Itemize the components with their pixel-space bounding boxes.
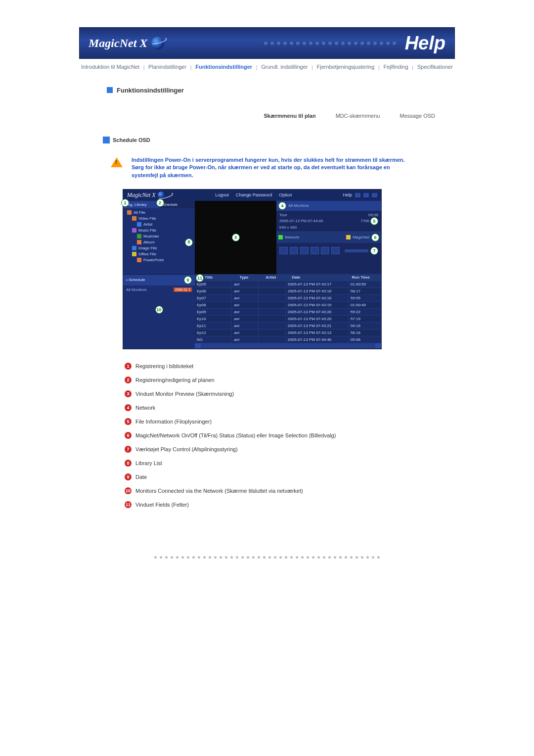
minimize-icon[interactable] [355,193,360,197]
nav-basic[interactable]: Grundl. indstillinger [259,64,310,71]
stop-icon[interactable] [290,247,298,254]
menu-changepw[interactable]: Change Password [236,192,272,197]
badge-2-icon: 2 [125,377,132,383]
legend-item: Vinduet Monitor Preview (Skærmvisning) [135,391,234,397]
grid-pane: 11 Title Type Artist Date Run Time Ep05.… [195,274,381,349]
banner-right: Help [264,33,445,54]
legend-item: Registrering i biblioteket [135,363,193,369]
square-icon [107,87,113,93]
menu-option[interactable]: Option [279,192,292,197]
table-row[interactable]: Ep07.avi2005-07-13 PM 07:43:1859:55 [195,295,381,302]
file-info: Tour05:08 2005-07-13 PM 07:44:46 7706 5 … [276,211,381,232]
badge-7-icon: 7 [125,446,132,453]
legend-item: Vinduet Fields (Felter) [135,502,189,508]
nav-bar: Introduktion til MagicNet | Planindstill… [79,59,455,73]
next-icon[interactable] [321,247,329,254]
table-row[interactable]: Ep05.avi2005-07-13 PM 07:43:1701:00:59 [195,281,381,288]
legend-item: Library List [135,460,162,466]
app-menus: Logout Change Password Option [215,192,292,197]
item-icon [137,222,141,227]
date-badge[interactable]: 2006 02 3 [174,287,192,292]
play-icon[interactable] [279,247,288,254]
play-controls: 7 [276,243,381,259]
table-row[interactable]: Ep08.avi2005-07-13 PM 07:43:1901:00:40 [195,302,381,309]
marker-8-icon: 8 [185,238,193,246]
legend-item: Monitors Connected via the Network (Skær… [135,488,303,494]
badge-5-icon: 5 [125,418,132,425]
brand-text: MagicNet X [89,37,147,50]
left-pane: 1 Reg. Library 2 Schedule All File Video… [123,201,195,274]
marker-6-icon: 6 [371,234,379,241]
table-row[interactable]: Ep11.avi2005-07-13 PM 07:43:2159:18 [195,323,381,330]
footer-dots-decor [79,556,455,559]
grid-scrollbar[interactable] [195,343,381,348]
legend-list: 1Registrering i biblioteket 2Registrerin… [125,359,455,512]
nav-trouble[interactable]: Fejlfinding [381,64,410,71]
tab-schedule[interactable]: 2 Schedule [159,201,195,208]
close-icon[interactable] [372,193,377,197]
app-screenshot: MagicNet X Logout Change Password Option… [123,189,382,349]
tab-plan-osd[interactable]: Skærmmenu til plan [264,113,315,119]
nav-func[interactable]: Funktionsindstillinger [193,64,254,71]
marker-10-icon: 10 [155,306,163,314]
badge-1-icon: 1 [125,363,132,370]
nav-spec[interactable]: Specifikationer [415,64,455,71]
badge-3-icon: 3 [125,390,132,397]
table-row[interactable]: Ep06.avi2005-07-13 PM 07:43:1858:17 [195,288,381,295]
globe-icon [158,191,165,198]
legend-item: Date [135,474,147,480]
globe-icon [151,37,164,49]
badge-6-icon: 6 [125,432,132,439]
marker-11-icon: 11 [196,274,204,282]
preview-pane: 3 [195,201,276,274]
scroll-left-icon[interactable] [195,343,201,348]
folder-icon [127,210,132,215]
maximize-icon[interactable] [363,193,369,197]
menu-logout[interactable]: Logout [215,192,229,197]
item-icon [137,234,141,238]
tab-reg-library[interactable]: 1 Reg. Library [123,201,159,208]
table-row[interactable]: Ep12.avi2005-07-13 PM 07:43:1358:18 [195,330,381,336]
library-tree[interactable]: All File Video File Artist Music File Mu… [123,208,195,266]
table-row[interactable]: Ep10.avi2005-07-13 PM 07:43:2057:19 [195,316,381,323]
table-row[interactable]: NG.avi2005-07-13 PM 07:44:4605:08 [195,336,381,343]
prev-icon[interactable] [311,247,319,254]
scroll-right-icon[interactable] [375,343,381,348]
subsection-title: Schedule OSD [113,137,150,143]
folder-icon [132,228,136,233]
subsection-row: Schedule OSD [103,137,455,143]
schedule-pane: • Schedule 9 All Monitors 2006 02 3 10 [123,274,195,349]
marker-9-icon: 9 [184,276,192,284]
tab-message-osd[interactable]: Message OSD [400,113,435,119]
seek-slider[interactable] [345,249,368,252]
network-row: Network MagicNet 6 [276,232,381,243]
legend-item: Network [135,405,155,411]
pause-icon[interactable] [300,247,309,254]
tab-mdc-osd[interactable]: MDC-skærmmenu [336,113,380,119]
marker-4-icon: 4 [278,202,286,210]
item-icon [137,258,141,262]
app-brand: MagicNet X [127,191,165,199]
brand-label: MagicNet X [89,37,164,50]
nav-intro[interactable]: Introduktion til MagicNet [79,64,141,71]
help-banner: MagicNet X Help [79,27,455,59]
status-icon [278,235,283,239]
folder-icon [132,252,136,256]
badge-9-icon: 9 [125,473,132,480]
marker-7-icon: 7 [370,247,378,255]
fwd-icon[interactable] [331,247,340,254]
item-icon [137,240,141,244]
badge-11-icon: 11 [125,501,132,508]
marker-3-icon: 3 [232,234,240,241]
mini-square-icon [103,137,110,143]
table-row[interactable]: Ep09.avi2005-07-13 PM 07:43:2059:22 [195,309,381,316]
info-pane: 4 All Monitors Tour05:08 2005-07-13 PM 0… [276,201,381,274]
nav-remote[interactable]: Fjernbetjeningsjustering [315,64,377,71]
nav-plan[interactable]: Planindstillinger [146,64,188,71]
warning-block: Indstillingen Power-On i serverprogramme… [111,156,412,179]
marker-5-icon: 5 [370,217,378,225]
menu-help[interactable]: Help [343,192,352,197]
monitors-header: 4 All Monitors [276,201,381,211]
legend-item: Værktøjet Play Control (Afspilningsstyri… [135,446,238,452]
legend-item: File Information (Filoplysninger) [135,419,212,425]
